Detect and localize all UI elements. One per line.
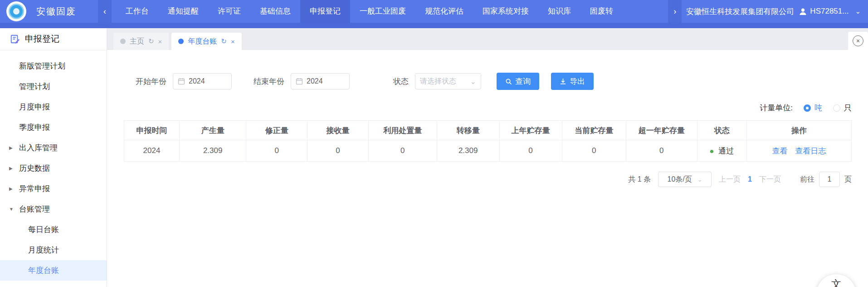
app-title: 安徽固废 — [36, 5, 76, 18]
next-page-button[interactable]: 下一页 — [759, 175, 781, 184]
current-page-number[interactable]: 1 — [748, 175, 752, 183]
tab-label: 主页 — [130, 37, 144, 46]
sidebar-item-management-plan[interactable]: 管理计划 — [0, 76, 107, 97]
export-button[interactable]: 导出 — [551, 73, 594, 90]
user-menu[interactable]: HS72851... ⌄ — [799, 7, 861, 16]
branch-expanded-icon: ▼ — [9, 199, 14, 219]
nav-item-declaration[interactable]: 申报登记 — [300, 0, 350, 23]
sidebar-item-ledger-management[interactable]: ▼ 台账管理 — [0, 199, 107, 219]
search-button[interactable]: 查询 — [497, 73, 539, 90]
branch-collapsed-icon: ▶ — [9, 138, 13, 158]
cell-generated: 2.309 — [179, 140, 246, 162]
sidebar-item-monthly-declaration[interactable]: 月度申报 — [0, 97, 107, 117]
col-prev-year-storage: 上年贮存量 — [499, 121, 562, 140]
close-icon[interactable]: × — [158, 38, 162, 45]
sidebar-item-quarterly-declaration[interactable]: 季度申报 — [0, 117, 107, 138]
col-over-one-year-storage: 超一年贮存量 — [626, 121, 697, 140]
sidebar-item-history-data[interactable]: ▶ 历史数据 — [0, 158, 107, 178]
calendar-icon — [296, 78, 303, 85]
branch-collapsed-icon: ▶ — [9, 178, 13, 199]
nav-item-knowledge-base[interactable]: 知识库 — [538, 0, 580, 23]
nav-item-notifications[interactable]: 通知提醒 — [158, 0, 208, 23]
annual-ledger-table: 申报时间 产生量 修正量 接收量 利用处置量 转移量 上年贮存量 当前贮存量 超… — [124, 120, 852, 162]
circled-close-icon: × — [853, 35, 863, 46]
sidebar-item-abnormal-declaration[interactable]: ▶ 异常申报 — [0, 178, 107, 199]
chevron-right-icon: › — [673, 7, 676, 16]
status-select[interactable]: 请选择状态 ⌄ — [415, 73, 481, 89]
translate-icon: 文 — [831, 277, 841, 287]
close-all-tabs-button[interactable]: × — [848, 32, 868, 50]
main-nav: 工作台 通知提醒 许可证 基础信息 申报登记 一般工业固废 规范化评估 国家系统… — [116, 0, 613, 23]
sidebar-item-monthly-statistics[interactable]: 月度统计 — [0, 240, 107, 260]
open-tabs-bar: 主页 ↻ × 年度台账 ↻ × × — [107, 28, 868, 50]
tab-annual-ledger[interactable]: 年度台账 ↻ × — [171, 33, 241, 50]
col-status: 状态 — [697, 121, 746, 140]
unit-selector: 计量单位: 吨 只 — [124, 103, 852, 113]
nav-item-standardization-assessment[interactable]: 规范化评估 — [415, 0, 473, 23]
table-header-row: 申报时间 产生量 修正量 接收量 利用处置量 转移量 上年贮存量 当前贮存量 超… — [124, 121, 852, 140]
search-icon — [505, 78, 512, 85]
view-log-link[interactable]: 查看日志 — [795, 147, 826, 155]
nav-item-general-industrial-waste[interactable]: 一般工业固废 — [350, 0, 415, 23]
sidebar-item-annual-ledger[interactable]: 年度台账 — [0, 260, 107, 281]
declaration-document-icon — [10, 34, 20, 44]
company-name: 安徽恒生科技发展集团有限公司 — [686, 6, 794, 17]
unit-option-ton[interactable]: 吨 — [814, 103, 822, 113]
unit-option-piece[interactable]: 只 — [844, 103, 852, 113]
chevron-down-icon: ⌄ — [697, 176, 702, 183]
col-transferred: 转移量 — [437, 121, 499, 140]
start-year-input[interactable] — [189, 77, 220, 85]
radio-piece-icon[interactable] — [833, 104, 840, 112]
sidebar-menu: 新版管理计划 管理计划 月度申报 季度申报 ▶ 出入库管理 ▶ 历史数据 ▶ 异… — [0, 50, 107, 281]
nav-scroll-right-button[interactable]: › — [668, 0, 682, 23]
tab-label: 年度台账 — [188, 37, 217, 46]
nav-item-waste-transfer[interactable]: 固废转 — [580, 0, 613, 23]
top-navigation-bar: 安徽固废 ‹ 工作台 通知提醒 许可证 基础信息 申报登记 一般工业固废 规范化… — [0, 0, 868, 28]
nav-item-basic-info[interactable]: 基础信息 — [250, 0, 300, 23]
status-pass-dot-icon — [710, 150, 713, 153]
nav-item-license[interactable]: 许可证 — [208, 0, 250, 23]
chevron-left-icon: ‹ — [103, 7, 106, 16]
table-row: 2024 2.309 0 0 0 2.309 0 0 0 通过 查看 查看日志 — [124, 140, 852, 162]
nav-item-national-system[interactable]: 国家系统对接 — [473, 0, 538, 23]
cell-current-storage: 0 — [562, 140, 626, 162]
cell-received: 0 — [307, 140, 369, 162]
nav-item-workbench[interactable]: 工作台 — [116, 0, 158, 23]
branch-collapsed-icon: ▶ — [9, 158, 13, 178]
view-link[interactable]: 查看 — [772, 147, 788, 155]
prev-page-button[interactable]: 上一页 — [719, 175, 741, 184]
col-current-storage: 当前贮存量 — [562, 121, 626, 140]
refresh-icon[interactable]: ↻ — [221, 37, 227, 45]
sidebar-title: 申报登记 — [0, 28, 107, 50]
sidebar-item-new-management-plan[interactable]: 新版管理计划 — [0, 56, 107, 76]
app-logo — [6, 1, 26, 21]
cell-transferred: 2.309 — [437, 140, 499, 162]
refresh-icon[interactable]: ↻ — [148, 37, 154, 45]
sidebar-item-daily-ledger[interactable]: 每日台账 — [0, 219, 107, 240]
end-year-field[interactable] — [291, 73, 350, 89]
goto-label: 前往 — [800, 175, 814, 184]
sidebar-item-inout-warehouse[interactable]: ▶ 出入库管理 — [0, 138, 107, 158]
cell-prev-year-storage: 0 — [499, 140, 562, 162]
start-year-field[interactable] — [173, 73, 232, 89]
status-placeholder: 请选择状态 — [420, 77, 456, 86]
nav-collapse-button[interactable]: ‹ — [98, 0, 112, 23]
goto-suffix-label: 页 — [844, 175, 852, 184]
cell-status: 通过 — [697, 140, 746, 162]
radio-ton-checked-icon[interactable] — [804, 104, 811, 112]
status-label: 状态 — [393, 76, 409, 87]
end-year-label: 结束年份 — [254, 76, 284, 87]
close-icon[interactable]: × — [231, 38, 235, 45]
cell-corrected: 0 — [246, 140, 307, 162]
calendar-icon — [178, 78, 185, 85]
goto-page-input[interactable] — [819, 172, 840, 187]
col-generated: 产生量 — [179, 121, 246, 140]
page-size-select[interactable]: 10条/页 ⌄ — [658, 172, 712, 187]
cell-utilized-disposed: 0 — [368, 140, 437, 162]
end-year-input[interactable] — [307, 77, 338, 85]
tab-home[interactable]: 主页 ↻ × — [113, 33, 169, 50]
chevron-down-icon: ⌄ — [470, 77, 476, 86]
logo-emblem-icon — [9, 4, 24, 19]
total-count: 共 1 条 — [628, 175, 651, 184]
filter-bar: 开始年份 结束年份 状态 请选择状态 ⌄ — [136, 73, 852, 90]
